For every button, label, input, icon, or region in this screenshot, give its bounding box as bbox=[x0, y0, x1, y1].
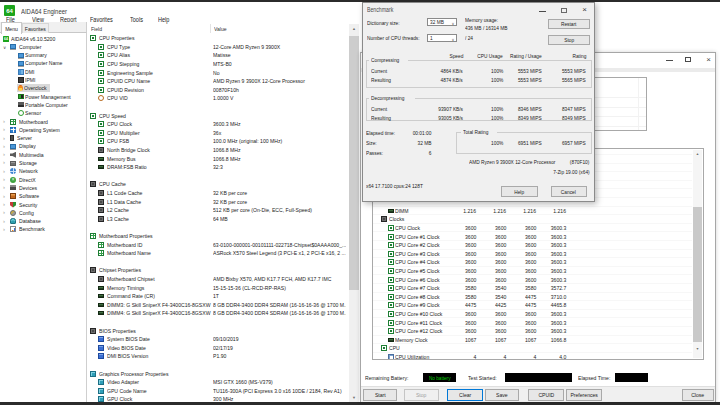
menu-help[interactable]: Help bbox=[158, 16, 171, 23]
tree-item-database[interactable]: ›Database bbox=[0, 217, 86, 225]
preferences-button[interactable]: Preferences bbox=[566, 389, 602, 401]
field-row-gpu-code-name[interactable]: GPU Code NameTU116-300A (PCI Express 3.0… bbox=[87, 387, 349, 396]
field-row-dimm4-g-skill-sniperx-f4-3400c16-8gsxw[interactable]: DIMM4: G Skill SniperX F4-3400C16-8GSXW8… bbox=[87, 309, 349, 318]
tree-item-overclock[interactable]: Overclock bbox=[0, 84, 86, 92]
stat-row-cpu-core-6-clock[interactable]: CPU Core #6 Clock3600360036003600.3 bbox=[373, 276, 692, 285]
stat-row-cpu[interactable]: CPU bbox=[373, 344, 692, 353]
chevron-right-icon[interactable]: › bbox=[3, 218, 5, 225]
stat-row-cpu-core-12-clock[interactable]: CPU Core #12 Clock3600360036003600.3 bbox=[373, 327, 692, 336]
tree-item-multimedia[interactable]: ›Multimedia bbox=[0, 151, 86, 159]
stat-row-cpu-core-10-clock[interactable]: CPU Core #10 Clock3600360036003600.3 bbox=[373, 310, 692, 319]
stability-scrollbar-thumb[interactable] bbox=[693, 207, 702, 342]
field-group-cpu-cache[interactable]: CPU Cache bbox=[87, 180, 349, 189]
stat-row-cpu-clock[interactable]: CPU Clock3600360036003600.3 bbox=[373, 224, 692, 233]
stability-scroll-up-icon[interactable]: ▲ bbox=[693, 150, 702, 158]
tree-item-server[interactable]: ›Server bbox=[0, 134, 86, 142]
stat-row-cpu-core-4-clock[interactable]: CPU Core #4 Clock3600360036003600.3 bbox=[373, 258, 692, 267]
tree-item-aida64-v6-10-5200[interactable]: 64AIDA64 v6.10.5200 bbox=[0, 34, 86, 42]
field-row-l1-code-cache[interactable]: L1 Code Cache32 KB per core bbox=[87, 189, 349, 198]
stat-row-cpu-core-9-clock[interactable]: CPU Core #9 Clock4475442544754465.8 bbox=[373, 301, 692, 310]
chevron-right-icon[interactable]: › bbox=[3, 168, 5, 175]
tree-item-devices[interactable]: ›Devices bbox=[0, 184, 86, 192]
field-row-cpu-stepping[interactable]: CPU SteppingMTS-B0 bbox=[87, 60, 349, 69]
field-row-command-rate-cr-[interactable]: Command Rate (CR)1T bbox=[87, 292, 349, 301]
tree-item-computer[interactable]: ∨Computer bbox=[0, 43, 86, 51]
chevron-right-icon[interactable]: › bbox=[3, 193, 5, 200]
start-button[interactable]: Start bbox=[363, 389, 397, 401]
stop-benchmark-button[interactable]: Stop bbox=[548, 35, 590, 46]
chevron-right-icon[interactable]: › bbox=[3, 226, 5, 233]
main-scrollbar[interactable]: ▲ ▼ bbox=[349, 24, 359, 402]
stat-row-cpu-core-1-clock[interactable]: CPU Core #1 Clock3600360036003600.3 bbox=[373, 233, 692, 242]
tree-item-ipmi[interactable]: IPMI bbox=[0, 76, 86, 84]
field-row-l2-cache[interactable]: L2 Cache512 KB per core (On-Die, ECC, Fu… bbox=[87, 206, 349, 215]
stat-row-cpu-utilization[interactable]: CPU Utilization4444.0 bbox=[373, 353, 692, 360]
field-row-cpu-clock[interactable]: CPU Clock3600.3 MHz bbox=[87, 120, 349, 129]
stability-close-icon[interactable]: × bbox=[706, 55, 711, 64]
field-row-l3-cache[interactable]: L3 Cache64 MB bbox=[87, 215, 349, 224]
field-group-cpu-speed[interactable]: CPU Speed bbox=[87, 111, 349, 120]
menu-favorites[interactable]: Favorites bbox=[90, 16, 117, 23]
field-group-graphics-processor-properties[interactable]: Graphics Processor Properties bbox=[87, 369, 349, 378]
stat-row-cpu-core-3-clock[interactable]: CPU Core #3 Clock3600360036003600.3 bbox=[373, 250, 692, 259]
field-row-dram-fsb-ratio[interactable]: DRAM:FSB Ratio32:3 bbox=[87, 163, 349, 172]
field-group-chipset-properties[interactable]: Chipset Properties bbox=[87, 266, 349, 275]
save-button[interactable]: Save bbox=[485, 389, 519, 401]
tree-item-storage[interactable]: ›Storage bbox=[0, 159, 86, 167]
scroll-up-icon[interactable]: ▲ bbox=[349, 24, 359, 33]
field-row-cpu-fsb[interactable]: CPU FSB100.0 MHz (original: 100 MHz) bbox=[87, 137, 349, 146]
clear-button[interactable]: Clear bbox=[447, 389, 483, 401]
field-group-bios-properties[interactable]: BIOS Properties bbox=[87, 326, 349, 335]
stat-row-cpu-core-8-clock[interactable]: CPU Core #8 Clock3580354044753710.0 bbox=[373, 293, 692, 302]
column-header-value[interactable]: Value bbox=[214, 26, 229, 32]
field-row-cpu-vid[interactable]: CPU VID1.0000 V bbox=[87, 94, 349, 103]
chevron-right-icon[interactable]: › bbox=[3, 209, 5, 216]
scroll-down-icon[interactable]: ▼ bbox=[349, 393, 359, 402]
field-row-system-bios-date[interactable]: System BIOS Date09/10/2019 bbox=[87, 335, 349, 344]
tree-item-software[interactable]: ›Software bbox=[0, 192, 86, 200]
field-row-engineering-sample[interactable]: Engineering SampleNo bbox=[87, 68, 349, 77]
field-row-motherboard-chipset[interactable]: Motherboard ChipsetAMD Bixby X570, AMD K… bbox=[87, 275, 349, 284]
field-row-motherboard-id[interactable]: Motherboard ID63-0100-000001-00101111-02… bbox=[87, 240, 349, 249]
stat-row-cpu-core-5-clock[interactable]: CPU Core #5 Clock3600360036003600.3 bbox=[373, 267, 692, 276]
field-row-dimm3-g-skill-sniperx-f4-3400c16-8gsxw[interactable]: DIMM3: G Skill SniperX F4-3400C16-8GSXW8… bbox=[87, 301, 349, 310]
dictionary-size-select[interactable]: 32 MB∨ bbox=[427, 18, 457, 27]
column-header-field[interactable]: Field bbox=[91, 26, 104, 32]
field-row-motherboard-name[interactable]: Motherboard NameASRock X570 Steel Legend… bbox=[87, 249, 349, 258]
tree-item-power-management[interactable]: Power Management bbox=[0, 93, 86, 101]
help-button[interactable]: Help bbox=[501, 186, 538, 197]
chevron-right-icon[interactable]: › bbox=[3, 118, 5, 125]
field-row-memory-bus[interactable]: Memory Bus1066.8 MHz bbox=[87, 154, 349, 163]
field-row-cpu-alias[interactable]: CPU AliasMatisse bbox=[87, 51, 349, 60]
tree-item-dmi[interactable]: DMI bbox=[0, 68, 86, 76]
dialog-maximize-icon[interactable] bbox=[561, 8, 567, 13]
field-row-north-bridge-clock[interactable]: North Bridge Clock1066.8 MHz bbox=[87, 146, 349, 155]
field-group-motherboard-properties[interactable]: Motherboard Properties bbox=[87, 232, 349, 241]
tree-item-summary[interactable]: Summary bbox=[0, 51, 86, 59]
chevron-right-icon[interactable]: › bbox=[3, 184, 5, 191]
field-row-video-bios-date[interactable]: Video BIOS Date02/17/19 bbox=[87, 344, 349, 353]
stability-minimize-icon[interactable] bbox=[666, 60, 673, 61]
tree-item-benchmark[interactable]: ›Benchmark bbox=[0, 225, 86, 233]
field-row-cpu-type[interactable]: CPU Type12-Core AMD Ryzen 9 3900X bbox=[87, 43, 349, 52]
chevron-right-icon[interactable]: › bbox=[3, 201, 5, 208]
stat-row-cpu-core-11-clock[interactable]: CPU Core #11 Clock3600360036003600.3 bbox=[373, 319, 692, 328]
chevron-right-icon[interactable]: › bbox=[3, 151, 5, 158]
tab-menu[interactable]: Menu bbox=[1, 22, 22, 34]
tree-item-display[interactable]: ›Display bbox=[0, 142, 86, 150]
chevron-right-icon[interactable]: › bbox=[3, 143, 5, 150]
tree-item-security[interactable]: ›Security bbox=[0, 200, 86, 208]
field-row-gpu-clock[interactable]: GPU Clock300 MHz bbox=[87, 395, 349, 402]
field-row-memory-timings[interactable]: Memory Timings15-15-15-36 (CL-RCD-RP-RAS… bbox=[87, 283, 349, 292]
stat-row-cpu-core-7-clock[interactable]: CPU Core #7 Clock3580354035803572.7 bbox=[373, 284, 692, 293]
tree-item-network[interactable]: ›Network bbox=[0, 167, 86, 175]
stat-row-dimm[interactable]: DIMM1.2161.2161.2161.216 bbox=[373, 207, 692, 216]
close-button[interactable]: Close bbox=[682, 389, 714, 401]
field-row-cpuid-cpu-name[interactable]: CPUID CPU NameAMD Ryzen 9 3900X 12-Core … bbox=[87, 77, 349, 86]
chevron-right-icon[interactable]: › bbox=[3, 135, 5, 142]
tree-item-operating-system[interactable]: ›Operating System bbox=[0, 126, 86, 134]
cpuid-button[interactable]: CPUID bbox=[528, 389, 564, 401]
tree-item-portable-computer[interactable]: Portable Computer bbox=[0, 101, 86, 109]
chevron-right-icon[interactable]: › bbox=[3, 159, 5, 166]
field-row-l1-data-cache[interactable]: L1 Data Cache32 KB per core bbox=[87, 197, 349, 206]
